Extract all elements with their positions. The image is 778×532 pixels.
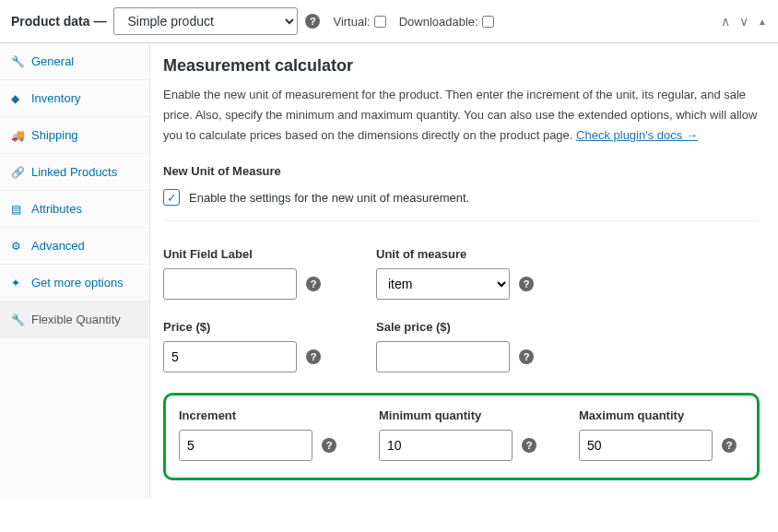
max-qty-input[interactable] [579, 430, 713, 461]
gear-icon: ⚙ [11, 240, 24, 253]
wrench-icon: 🔧 [11, 313, 24, 326]
tab-label: Linked Products [31, 165, 117, 179]
panel-title: Product data — [11, 14, 106, 29]
help-icon[interactable]: ? [306, 277, 321, 291]
field-max-qty: Maximum quantity ? [579, 408, 737, 461]
wrench-icon: 🔧 [11, 55, 24, 68]
field-sale-price: Sale price ($) ? [376, 320, 534, 372]
tab-flexible-quantity[interactable]: 🔧Flexible Quantity [0, 301, 149, 338]
increment-input[interactable] [179, 430, 312, 461]
link-icon: 🔗 [11, 166, 24, 179]
min-qty-input[interactable] [379, 430, 513, 461]
section-description: Enable the new unit of measurement for t… [163, 85, 760, 146]
header-checkboxes: Virtual: Downloadable: [333, 15, 493, 29]
tab-label: Get more options [31, 276, 124, 290]
field-label: Increment [179, 408, 336, 422]
help-icon[interactable]: ? [305, 14, 320, 29]
tab-advanced[interactable]: ⚙Advanced [0, 228, 149, 265]
help-icon[interactable]: ? [306, 349, 321, 364]
product-type-select[interactable]: Simple product [113, 7, 298, 35]
list-icon: ▤ [11, 203, 24, 216]
section-title: Measurement calculator [163, 56, 760, 76]
tab-inventory[interactable]: ◆Inventory [0, 80, 149, 117]
tab-label: Flexible Quantity [31, 313, 121, 326]
tab-label: Inventory [31, 91, 80, 105]
panel-header: Product data — Simple product ? Virtual:… [0, 0, 778, 43]
header-right-controls: ∧ ∨ ▲ [721, 14, 767, 29]
truck-icon: 🚚 [11, 129, 24, 142]
enable-row: ✓ Enable the settings for the new unit o… [163, 189, 760, 206]
panel-body: 🔧General ◆Inventory 🚚Shipping 🔗Linked Pr… [0, 43, 778, 499]
field-label: Sale price ($) [376, 320, 534, 334]
field-label: Unit Field Label [163, 247, 321, 261]
fields-block: Unit Field Label ? Unit of measure item … [163, 247, 760, 480]
tag-icon: ◆ [11, 92, 24, 105]
field-unit-label: Unit Field Label ? [163, 247, 321, 300]
tab-label: Attributes [31, 202, 82, 216]
tab-label: Shipping [31, 128, 78, 142]
virtual-label-text: Virtual: [333, 15, 370, 29]
collapse-icon[interactable]: ▲ [758, 17, 767, 27]
help-icon[interactable]: ? [322, 438, 336, 453]
tab-get-more-options[interactable]: ✦Get more options [0, 265, 149, 301]
row-price: Price ($) ? Sale price ($) ? [163, 320, 760, 372]
move-down-icon[interactable]: ∨ [739, 14, 749, 29]
tab-attributes[interactable]: ▤Attributes [0, 191, 149, 228]
field-unit-of-measure: Unit of measure item ? [376, 247, 534, 300]
tab-label: Advanced [31, 239, 85, 253]
tabs-sidebar: 🔧General ◆Inventory 🚚Shipping 🔗Linked Pr… [0, 43, 150, 499]
tab-shipping[interactable]: 🚚Shipping [0, 117, 149, 154]
downloadable-checkbox[interactable] [482, 16, 494, 28]
field-increment: Increment ? [179, 408, 336, 461]
sale-price-input[interactable] [376, 341, 510, 372]
new-unit-title: New Unit of Measure [163, 164, 760, 178]
unit-field-label-input[interactable] [163, 268, 297, 300]
move-up-icon[interactable]: ∧ [721, 14, 730, 29]
field-label: Minimum quantity [379, 408, 536, 422]
field-label: Price ($) [163, 320, 321, 334]
tab-label: General [31, 54, 74, 68]
row-unit: Unit Field Label ? Unit of measure item … [163, 247, 760, 300]
enable-label: Enable the settings for the new unit of … [189, 191, 469, 205]
tab-general[interactable]: 🔧General [0, 43, 149, 80]
tab-linked-products[interactable]: 🔗Linked Products [0, 154, 149, 191]
field-price: Price ($) ? [163, 320, 321, 372]
separator [163, 220, 760, 221]
help-icon[interactable]: ? [722, 438, 737, 453]
field-label: Unit of measure [376, 247, 534, 261]
tab-content: Measurement calculator Enable the new un… [150, 43, 778, 499]
field-label: Maximum quantity [579, 408, 737, 422]
highlight-box: Increment ? Minimum quantity ? Maximum q… [163, 393, 760, 480]
virtual-checkbox[interactable] [374, 16, 386, 28]
sparkle-icon: ✦ [11, 277, 24, 290]
enable-checkbox[interactable]: ✓ [163, 189, 180, 206]
help-icon[interactable]: ? [519, 277, 534, 291]
docs-link[interactable]: Check plugin's docs → [576, 128, 698, 142]
downloadable-toggle-label: Downloadable: [399, 15, 494, 29]
help-icon[interactable]: ? [519, 349, 534, 364]
unit-of-measure-select[interactable]: item [376, 268, 510, 300]
field-min-qty: Minimum quantity ? [379, 408, 536, 461]
price-input[interactable] [163, 341, 297, 372]
help-icon[interactable]: ? [522, 438, 536, 453]
virtual-toggle-label: Virtual: [333, 15, 385, 29]
downloadable-label-text: Downloadable: [399, 15, 478, 29]
